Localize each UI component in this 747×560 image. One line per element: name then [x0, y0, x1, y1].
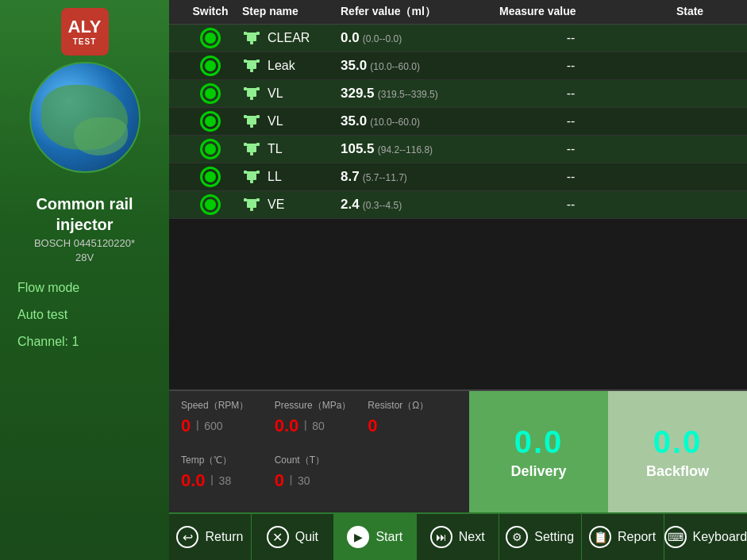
report-label: Report: [618, 530, 656, 544]
header-state: State: [642, 5, 737, 19]
start-button[interactable]: ▶ Start: [334, 514, 417, 560]
speed-label: Speed（RPM）: [181, 399, 271, 412]
logo-badge: ALY TEST: [61, 8, 109, 56]
step-label-4: VL: [268, 114, 283, 128]
sidebar-item-auto-test[interactable]: Auto test: [8, 301, 161, 328]
quit-icon: ✕: [267, 526, 289, 548]
quit-button[interactable]: ✕ Quit: [252, 514, 334, 560]
injector-icon-6: [242, 169, 261, 185]
table-row[interactable]: VE 2.4 (0.3--4.5) --: [169, 191, 747, 219]
switch-radio-3[interactable]: [179, 83, 242, 104]
backflow-box: 0.0 Backflow: [608, 391, 747, 512]
table-body: CLEAR 0.0 (0.0--0.0) -- Leak: [169, 25, 747, 219]
svg-rect-24: [256, 143, 260, 146]
svg-rect-18: [244, 115, 247, 118]
keyboard-icon: ⌨: [664, 526, 687, 548]
count-label: Count（T）: [275, 454, 364, 467]
svg-rect-23: [244, 143, 247, 146]
step-name-1: CLEAR: [242, 30, 341, 46]
logo-area: ALY TEST: [29, 8, 141, 179]
switch-radio-4[interactable]: [179, 111, 242, 132]
svg-rect-31: [247, 201, 256, 208]
svg-rect-32: [250, 208, 253, 211]
logo-aly: ALY: [68, 17, 102, 36]
injector-icon-7: [242, 197, 261, 213]
header-switch: Switch: [179, 5, 242, 19]
injector-icon-4: [242, 113, 261, 129]
step-label-2: Leak: [268, 59, 295, 73]
sidebar-menu: Flow mode Auto test Channel: 1: [0, 274, 169, 355]
switch-radio-5[interactable]: [179, 139, 242, 159]
sidebar-item-flow-mode[interactable]: Flow mode: [8, 274, 161, 301]
return-button[interactable]: ↩ Return: [169, 514, 252, 560]
sidebar-item-channel[interactable]: Channel: 1: [8, 328, 161, 355]
refer-value-6: 8.7 (5.7--11.7): [341, 169, 499, 185]
resistor-value: 0: [368, 416, 377, 436]
refer-value-2: 35.0 (10.0--60.0): [341, 58, 499, 74]
refer-value-4: 35.0 (10.0--60.0): [341, 113, 499, 129]
globe-icon: [29, 62, 141, 173]
speed-limit: 600: [204, 420, 222, 432]
keyboard-label: Keyboard: [693, 530, 747, 544]
step-name-6: LL: [242, 169, 341, 185]
measure-value-5: --: [499, 142, 642, 156]
radio-circle-6: [200, 167, 221, 187]
switch-radio-7[interactable]: [179, 194, 242, 215]
table-header: Switch Step name Refer value（ml） Measure…: [169, 0, 747, 25]
svg-rect-12: [250, 97, 253, 100]
temp-metric: Temp（℃） 0.0 I 38: [181, 454, 271, 504]
pressure-label: Pressure（MPa）: [275, 399, 364, 412]
next-button[interactable]: ⏭ Next: [417, 514, 499, 560]
resistor-label: Resistor（Ω）: [368, 399, 457, 412]
svg-rect-4: [256, 32, 260, 35]
keyboard-button[interactable]: ⌨ Keyboard: [664, 514, 747, 560]
refer-value-5: 105.5 (94.2--116.8): [341, 141, 499, 157]
svg-rect-29: [256, 171, 260, 174]
svg-rect-26: [247, 174, 256, 180]
svg-rect-21: [247, 146, 256, 152]
svg-rect-6: [247, 63, 256, 69]
radio-inner: [205, 60, 216, 71]
svg-rect-8: [244, 59, 247, 63]
metrics-area: Speed（RPM） 0 I 600 Pressure（MPa） 0.0 I 8…: [169, 389, 747, 512]
header-measure-value: Measure value: [499, 5, 642, 19]
table-row[interactable]: TL 105.5 (94.2--116.8) --: [169, 136, 747, 163]
logo-test: TEST: [73, 37, 97, 46]
table-row[interactable]: Leak 35.0 (10.0--60.0) --: [169, 52, 747, 80]
header-refer-value: Refer value（ml）: [341, 5, 499, 19]
table-row[interactable]: VL 35.0 (10.0--60.0) --: [169, 108, 747, 136]
setting-label: Setting: [534, 530, 574, 544]
quit-label: Quit: [295, 530, 318, 544]
return-icon: ↩: [176, 526, 198, 548]
delivery-box: 0.0 Delivery: [469, 391, 608, 512]
radio-inner: [205, 33, 216, 44]
radio-circle-4: [200, 111, 221, 132]
measure-value-7: --: [499, 198, 642, 212]
radio-inner: [205, 171, 216, 182]
radio-inner: [205, 199, 216, 210]
switch-radio-1[interactable]: [179, 28, 242, 48]
svg-rect-19: [256, 115, 260, 118]
device-code: BOSCH 0445120220* 28V: [34, 236, 135, 265]
table-row[interactable]: VL 329.5 (319.5--339.5) --: [169, 80, 747, 108]
setting-button[interactable]: ⚙ Setting: [499, 514, 582, 560]
pressure-value: 0.0: [275, 416, 299, 436]
svg-rect-9: [256, 59, 260, 63]
table-row[interactable]: LL 8.7 (5.7--11.7) --: [169, 163, 747, 191]
switch-radio-2[interactable]: [179, 56, 242, 76]
report-button[interactable]: 📋 Report: [582, 514, 664, 560]
backflow-value: 0.0: [653, 424, 703, 460]
step-label-3: VL: [268, 86, 283, 101]
measure-value-1: --: [499, 31, 642, 45]
temp-label: Temp（℃）: [181, 454, 271, 467]
resistor-metric: Resistor（Ω） 0: [368, 399, 457, 450]
step-name-3: VL: [242, 86, 341, 102]
svg-rect-27: [250, 180, 253, 183]
speed-metric: Speed（RPM） 0 I 600: [181, 399, 271, 450]
play-icon: ▶: [347, 526, 369, 548]
measure-value-4: --: [499, 114, 642, 128]
table-row[interactable]: CLEAR 0.0 (0.0--0.0) --: [169, 25, 747, 52]
count-value: 0: [275, 470, 284, 491]
switch-radio-6[interactable]: [179, 167, 242, 187]
injector-icon-5: [242, 141, 261, 157]
